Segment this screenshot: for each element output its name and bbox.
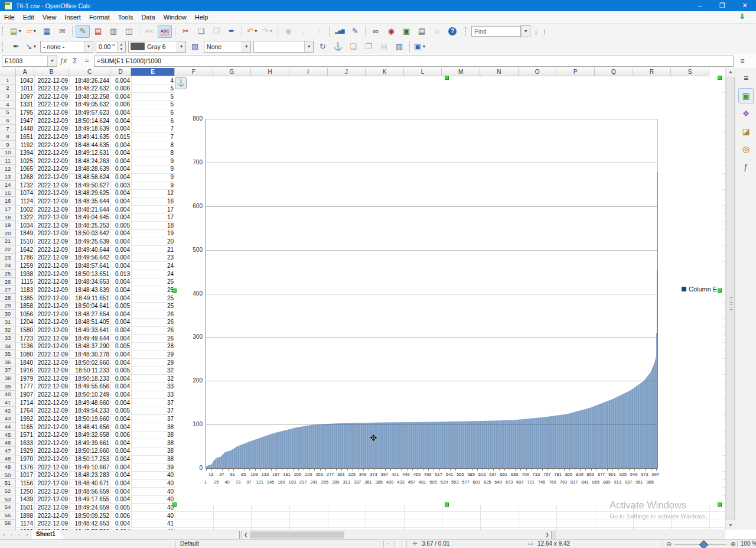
new-document-icon[interactable]: ▤▼ <box>9 25 23 38</box>
cell-B48[interactable]: 2022-12-09 <box>30 456 68 462</box>
to-foreground-icon[interactable]: ▤ <box>377 40 391 53</box>
column-header-P[interactable]: P <box>556 68 595 76</box>
cell-D17[interactable]: 0.004 <box>92 206 130 213</box>
cell-B39[interactable]: 2022-12-09 <box>30 383 68 390</box>
cell-E16[interactable]: 16 <box>136 198 174 205</box>
cell-A18[interactable]: 1322 <box>0 214 33 221</box>
cell-B2[interactable]: 2022-12-09 <box>30 85 68 92</box>
cell-A38[interactable]: 1979 <box>0 375 33 382</box>
menu-insert[interactable]: Insert <box>60 11 85 23</box>
column-header-F[interactable]: F <box>175 68 213 76</box>
cell-D31[interactable]: 0.004 <box>92 319 130 325</box>
cell-B43[interactable]: 2022-12-09 <box>30 416 68 422</box>
cell-E46[interactable]: 38 <box>136 440 174 446</box>
undo-icon[interactable]: ↶▼ <box>245 25 259 38</box>
cell-D23[interactable]: 0.004 <box>92 254 130 261</box>
cell-B11[interactable]: 2022-12-09 <box>30 158 68 164</box>
menu-file[interactable]: File <box>0 11 19 23</box>
properties-icon[interactable]: ▣ <box>738 88 754 103</box>
cell-B42[interactable]: 2022-12-09 <box>30 407 68 414</box>
cell-B14[interactable]: 2022-12-09 <box>30 182 68 189</box>
cell-B36[interactable]: 2022-12-09 <box>30 359 68 366</box>
cell-D10[interactable]: 0.004 <box>92 150 130 156</box>
cell-D20[interactable]: 0.004 <box>92 230 130 236</box>
document-as-email-icon[interactable]: ✉ <box>55 25 69 38</box>
cell-D54[interactable]: 0.005 <box>92 504 130 511</box>
change-anchor-icon[interactable]: ⚓ <box>331 40 345 53</box>
cell-D25[interactable]: 0.013 <box>92 271 130 277</box>
cell-D5[interactable]: 0.004 <box>92 109 130 116</box>
cell-A8[interactable]: 1651 <box>0 134 33 140</box>
cell-B5[interactable]: 2022-12-09 <box>30 109 68 116</box>
vertical-scrollbar-thumb[interactable] <box>726 77 735 520</box>
toolbar-drag-handle[interactable] <box>465 27 469 36</box>
cell-E35[interactable]: 29 <box>136 351 174 358</box>
cell-B35[interactable]: 2022-12-09 <box>30 351 68 358</box>
chart-legend[interactable]: Column E <box>682 286 717 293</box>
cell-A6[interactable]: 1947 <box>0 118 33 124</box>
cell-D3[interactable]: 0.004 <box>92 93 130 100</box>
horizontal-scrollbar-thumb[interactable] <box>250 531 344 539</box>
cell-D8[interactable]: 0.015 <box>92 134 130 140</box>
split-handle[interactable] <box>551 531 556 539</box>
redo-icon[interactable]: ↷▼ <box>260 25 275 38</box>
spelling-icon[interactable]: ABC <box>142 25 157 38</box>
print-icon[interactable]: ▥ <box>106 25 120 38</box>
toolbar-drag-handle[interactable] <box>2 42 6 51</box>
cell-E11[interactable]: 9 <box>136 158 174 164</box>
chevron-down-icon[interactable]: ▼ <box>242 41 250 52</box>
cell-E37[interactable]: 32 <box>136 367 174 374</box>
cell-A53[interactable]: 1439 <box>0 496 33 502</box>
menu-data[interactable]: Data <box>137 11 159 23</box>
cell-D43[interactable]: 0.004 <box>92 416 130 422</box>
column-header-S[interactable]: S <box>671 68 709 76</box>
cut-icon[interactable]: ✂ <box>178 25 193 38</box>
cell-A22[interactable]: 1642 <box>0 247 33 253</box>
cell-A14[interactable]: 1732 <box>0 182 33 189</box>
next-sheet-icon[interactable]: › <box>15 531 23 539</box>
cell-B50[interactable]: 2022-12-09 <box>30 472 68 478</box>
cell-E44[interactable]: 38 <box>136 424 174 430</box>
cell-A7[interactable]: 1448 <box>0 125 33 132</box>
find-next-icon[interactable]: ↓ <box>534 27 538 36</box>
cell-E5[interactable]: 6 <box>136 109 174 116</box>
cell-B40[interactable]: 2022-12-09 <box>30 391 68 398</box>
cell-A12[interactable]: 1065 <box>0 166 33 172</box>
cell-B31[interactable]: 2022-12-09 <box>30 319 68 325</box>
cell-B51[interactable]: 2022-12-09 <box>30 480 68 487</box>
cell-E36[interactable]: 29 <box>136 359 174 366</box>
insert-chart-icon[interactable]: ▂▅▇ <box>333 25 347 38</box>
cell-B4[interactable]: 2022-12-09 <box>30 101 68 108</box>
selection-handle[interactable] <box>445 76 449 80</box>
cell-D4[interactable]: 0.006 <box>92 101 130 108</box>
cell-D42[interactable]: 0.005 <box>92 407 130 414</box>
column-header-M[interactable]: M <box>442 68 480 76</box>
cell-D21[interactable]: 0.004 <box>92 238 130 245</box>
cell-B21[interactable]: 2022-12-09 <box>30 238 68 245</box>
cell-E50[interactable]: 40 <box>136 472 174 478</box>
cell-D38[interactable]: 0.004 <box>92 375 130 382</box>
cell-A54[interactable]: 1501 <box>0 504 33 511</box>
cell-E56[interactable]: 41 <box>136 520 174 527</box>
cell-D48[interactable]: 0.004 <box>92 456 130 462</box>
zoom-slider[interactable]: ⊖ ⊕ <box>666 540 736 548</box>
cell-B46[interactable]: 2022-12-09 <box>30 440 68 446</box>
cell-A31[interactable]: 1204 <box>0 319 33 325</box>
cell-A32[interactable]: 1580 <box>0 327 33 333</box>
cell-A42[interactable]: 1764 <box>0 407 33 414</box>
cell-D30[interactable]: 0.004 <box>92 311 130 317</box>
cell-A51[interactable]: 1156 <box>0 480 33 487</box>
cell-A3[interactable]: 1097 <box>0 93 33 100</box>
cell-E53[interactable]: 40 <box>136 496 174 502</box>
open-file-icon[interactable]: ▱▼ <box>24 25 38 38</box>
minimize-button[interactable]: – <box>689 0 711 11</box>
column-header-J[interactable]: J <box>328 68 366 76</box>
cell-E38[interactable]: 32 <box>136 375 174 382</box>
column-header-R[interactable]: R <box>633 68 672 76</box>
cell-A43[interactable]: 1992 <box>0 416 33 422</box>
cell-E33[interactable]: 26 <box>136 335 174 342</box>
cell-E28[interactable]: 25 <box>136 295 174 301</box>
selection-handle[interactable] <box>718 288 722 293</box>
cell-E30[interactable]: 26 <box>136 311 174 317</box>
cell-E23[interactable]: 23 <box>136 254 174 261</box>
